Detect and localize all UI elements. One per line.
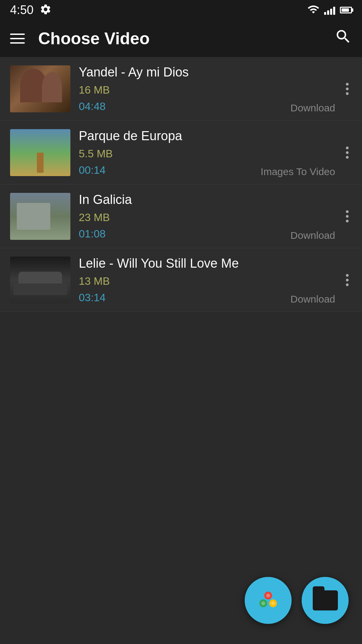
status-time: 4:50 xyxy=(10,3,34,17)
video-title-4: Lelie - Will You Still Love Me xyxy=(79,256,334,271)
video-title-1: Yandel - Ay mi Dios xyxy=(79,65,334,80)
svg-point-4 xyxy=(271,601,275,605)
signal-icon xyxy=(324,5,335,15)
wifi-icon xyxy=(307,3,319,17)
status-right xyxy=(307,3,352,17)
video-size-4: 13 MB xyxy=(79,275,334,287)
menu-button[interactable] xyxy=(10,34,25,44)
video-action-2: Images To Video xyxy=(261,166,335,177)
fab-container xyxy=(245,577,349,624)
video-action-1: Download xyxy=(291,102,335,114)
video-size-3: 23 MB xyxy=(79,211,334,224)
video-action-4: Download xyxy=(291,293,335,305)
video-thumbnail-1 xyxy=(10,65,70,112)
more-options-button-1[interactable] xyxy=(343,79,352,98)
app-title: Choose Video xyxy=(38,29,321,48)
folder-icon xyxy=(313,590,338,610)
video-item-4[interactable]: Lelie - Will You Still Love Me 13 MB 03:… xyxy=(0,248,362,312)
video-size-1: 16 MB xyxy=(79,84,334,96)
video-item-3[interactable]: In Galicia 23 MB 01:08 Download xyxy=(0,184,362,248)
photos-fab-button[interactable] xyxy=(245,577,292,624)
status-left: 4:50 xyxy=(10,3,52,17)
video-list: Yandel - Ay mi Dios 16 MB 04:48 Download… xyxy=(0,57,362,312)
more-options-button-2[interactable] xyxy=(343,143,352,162)
more-options-button-4[interactable] xyxy=(343,271,352,289)
app-bar: Choose Video xyxy=(0,20,362,57)
svg-point-5 xyxy=(261,601,265,605)
video-size-2: 5.5 MB xyxy=(79,148,334,160)
folder-fab-button[interactable] xyxy=(302,577,349,624)
video-item-1[interactable]: Yandel - Ay mi Dios 16 MB 04:48 Download xyxy=(0,57,362,121)
battery-icon xyxy=(340,7,352,13)
video-thumbnail-4 xyxy=(10,257,70,304)
status-bar: 4:50 xyxy=(0,0,362,20)
video-title-2: Parque de Europa xyxy=(79,128,334,144)
settings-icon xyxy=(40,3,52,17)
video-title-3: In Galicia xyxy=(79,192,334,208)
video-thumbnail-3 xyxy=(10,193,70,240)
video-action-3: Download xyxy=(291,230,335,241)
search-button[interactable] xyxy=(335,28,352,49)
video-item-2[interactable]: Parque de Europa 5.5 MB 00:14 Images To … xyxy=(0,121,362,184)
svg-point-3 xyxy=(266,594,270,598)
video-thumbnail-2 xyxy=(10,129,70,176)
more-options-button-3[interactable] xyxy=(343,207,352,226)
